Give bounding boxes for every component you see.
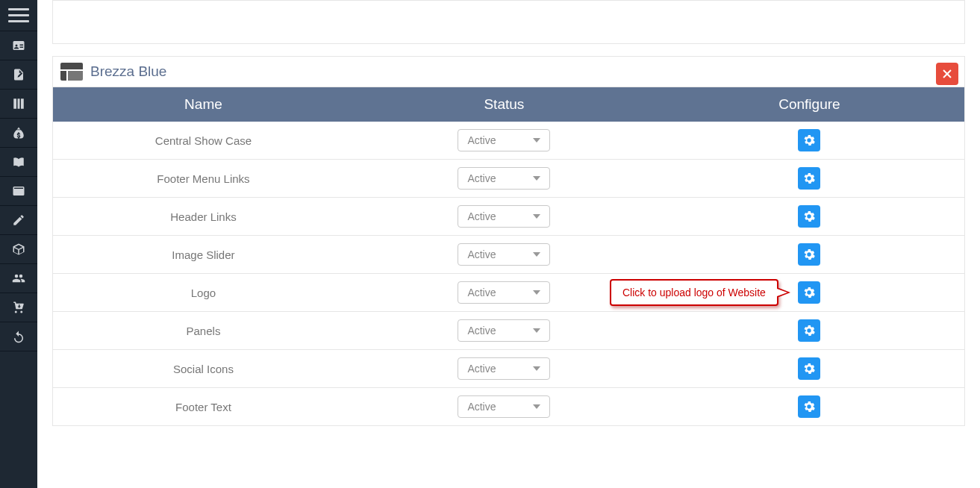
sidebar xyxy=(0,0,37,488)
status-value: Active xyxy=(467,363,533,375)
row-configure-cell xyxy=(655,388,964,426)
callout-tooltip: Click to upload logo of Website xyxy=(610,279,778,306)
chevron-down-icon xyxy=(533,176,540,181)
row-configure-cell xyxy=(655,122,964,160)
template-icon xyxy=(60,63,83,81)
main-content: Brezza Blue Name Status Configure Centra… xyxy=(37,0,980,488)
template-panel: Brezza Blue Name Status Configure Centra… xyxy=(52,56,965,426)
configure-button[interactable] xyxy=(798,167,820,190)
row-name: Central Show Case xyxy=(53,122,354,160)
nav-money-bag[interactable] xyxy=(0,119,37,148)
nav-box[interactable] xyxy=(0,235,37,264)
chevron-down-icon xyxy=(533,214,540,219)
status-select[interactable]: Active xyxy=(458,243,550,266)
row-configure-cell: Click to upload logo of Website xyxy=(655,274,964,312)
configure-button[interactable] xyxy=(798,395,820,418)
row-name: Footer Menu Links xyxy=(53,160,354,198)
table-row: Image SliderActive xyxy=(53,236,964,274)
table-row: PanelsActive xyxy=(53,312,964,350)
nav-cart-down[interactable] xyxy=(0,293,37,322)
row-configure-cell xyxy=(655,236,964,274)
panel-header: Brezza Blue xyxy=(53,57,964,87)
hamburger-menu[interactable] xyxy=(0,0,37,31)
configure-button[interactable] xyxy=(798,243,820,266)
nav-users[interactable] xyxy=(0,264,37,293)
status-select[interactable]: Active xyxy=(458,319,550,342)
configure-button[interactable] xyxy=(798,319,820,342)
status-value: Active xyxy=(467,172,533,184)
row-status-cell: Active xyxy=(354,160,655,198)
table-row: Footer Menu LinksActive xyxy=(53,160,964,198)
config-table: Name Status Configure Central Show CaseA… xyxy=(53,87,964,425)
gear-icon xyxy=(803,134,815,146)
panel-title: Brezza Blue xyxy=(90,63,166,80)
gear-icon xyxy=(803,363,815,375)
header-status: Status xyxy=(354,87,655,122)
chevron-down-icon xyxy=(533,138,540,143)
nav-edit-doc[interactable] xyxy=(0,60,37,90)
nav-columns[interactable] xyxy=(0,90,37,119)
status-select[interactable]: Active xyxy=(458,281,550,304)
header-configure: Configure xyxy=(655,87,964,122)
configure-button[interactable] xyxy=(798,357,820,380)
row-name: Header Links xyxy=(53,198,354,236)
chevron-down-icon xyxy=(533,328,540,333)
row-name: Footer Text xyxy=(53,388,354,426)
nav-id-card[interactable] xyxy=(0,31,37,60)
nav-undo[interactable] xyxy=(0,322,37,351)
status-select[interactable]: Active xyxy=(458,129,550,151)
nav-edit-flat[interactable] xyxy=(0,206,37,235)
status-value: Active xyxy=(467,287,533,298)
row-configure-cell xyxy=(655,312,964,350)
header-name: Name xyxy=(53,87,354,122)
status-value: Active xyxy=(467,134,533,146)
row-status-cell: Active xyxy=(354,312,655,350)
row-status-cell: Active xyxy=(354,236,655,274)
row-name: Image Slider xyxy=(53,236,354,274)
row-name: Logo xyxy=(53,274,354,312)
row-configure-cell xyxy=(655,198,964,236)
table-row: Header LinksActive xyxy=(53,198,964,236)
status-value: Active xyxy=(467,401,533,413)
row-name: Panels xyxy=(53,312,354,350)
row-status-cell: Active xyxy=(354,388,655,426)
row-status-cell: Active xyxy=(354,122,655,160)
configure-button[interactable] xyxy=(798,281,820,304)
status-value: Active xyxy=(467,210,533,222)
table-row: Social IconsActive xyxy=(53,350,964,388)
gear-icon xyxy=(803,287,815,298)
status-select[interactable]: Active xyxy=(458,167,550,190)
row-status-cell: Active xyxy=(354,198,655,236)
configure-button[interactable] xyxy=(798,129,820,151)
row-name: Social Icons xyxy=(53,350,354,388)
chevron-down-icon xyxy=(533,252,540,257)
row-configure-cell xyxy=(655,350,964,388)
status-value: Active xyxy=(467,248,533,260)
gear-icon xyxy=(803,325,815,337)
chevron-down-icon xyxy=(533,290,540,295)
table-row: Footer TextActive xyxy=(53,388,964,426)
nav-book[interactable] xyxy=(0,148,37,177)
gear-icon xyxy=(803,172,815,184)
status-select[interactable]: Active xyxy=(458,357,550,380)
status-select[interactable]: Active xyxy=(458,395,550,418)
gear-icon xyxy=(803,248,815,260)
top-empty-panel xyxy=(52,0,965,44)
table-row: LogoActiveClick to upload logo of Websit… xyxy=(53,274,964,312)
close-button[interactable] xyxy=(936,63,958,85)
row-configure-cell xyxy=(655,160,964,198)
status-value: Active xyxy=(467,325,533,337)
nav-card[interactable] xyxy=(0,177,37,206)
table-row: Central Show CaseActive xyxy=(53,122,964,160)
row-status-cell: Active xyxy=(354,350,655,388)
gear-icon xyxy=(803,210,815,222)
gear-icon xyxy=(803,401,815,413)
configure-button[interactable] xyxy=(798,205,820,228)
chevron-down-icon xyxy=(533,404,540,409)
status-select[interactable]: Active xyxy=(458,205,550,228)
chevron-down-icon xyxy=(533,366,540,371)
